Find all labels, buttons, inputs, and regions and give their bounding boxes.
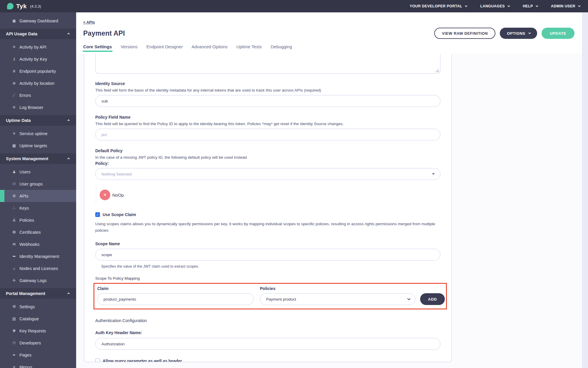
sidebar-item-user-groups[interactable]: ⚇ User groups bbox=[0, 178, 76, 190]
policy-field-name-label: Policy Field Name bbox=[95, 115, 440, 120]
use-scope-claim-checkbox[interactable]: ✓ bbox=[95, 212, 100, 217]
noop-policy-row: ✕ NoOp bbox=[96, 186, 219, 204]
tab-debugging[interactable]: Debugging bbox=[270, 44, 292, 52]
sidebar-item-policies[interactable]: ⇊ Policies bbox=[0, 214, 76, 226]
sidebar-item-gateway-dashboard[interactable]: ▣ Gateway Dashboard bbox=[0, 15, 76, 27]
default-policy-select[interactable]: Nothing Selected bbox=[95, 168, 440, 180]
sidebar-item-pages[interactable]: ❧ Pages bbox=[0, 349, 76, 361]
default-policy-label: Default Policy bbox=[95, 148, 440, 153]
sidebar-section-api-usage-data[interactable]: API Usage Data bbox=[0, 29, 76, 39]
sidebar-item-label: Menus bbox=[19, 365, 32, 368]
sidebar-item-endpoint-popularity[interactable]: ⋔ Endpoint popularity bbox=[0, 65, 76, 77]
bug-icon: ✢ bbox=[12, 105, 16, 110]
sidebar-item-gateway-logs[interactable]: ✢ Gateway Logs bbox=[0, 274, 76, 286]
version-label: (4.3.3) bbox=[30, 4, 41, 9]
topbar: Tyk (4.3.3) YOUR DEVELOPER PORTAL LANGUA… bbox=[0, 0, 588, 12]
resize-handle-icon[interactable] bbox=[435, 69, 439, 72]
identity-source-input[interactable] bbox=[95, 95, 440, 107]
sidebar-item-apis[interactable]: ⚙ APIs bbox=[0, 190, 76, 202]
page-scrollbar[interactable] bbox=[582, 12, 588, 368]
sidebar-item-webhooks[interactable]: ✉ Webhooks bbox=[0, 238, 76, 250]
sidebar-item-label: Activity by Key bbox=[19, 57, 47, 62]
tab-versions[interactable]: Versions bbox=[121, 44, 138, 52]
claim-input[interactable] bbox=[97, 293, 254, 305]
sidebar-item-settings[interactable]: ⚒ Settings bbox=[0, 301, 76, 313]
arrows-down-icon: ⇊ bbox=[12, 218, 16, 222]
topbar-menu-languages-menu[interactable]: LANGUAGES bbox=[480, 4, 509, 8]
topbar-menu-admin-user-menu[interactable]: ADMIN USER bbox=[551, 4, 580, 8]
page-header: < APIs Payment API VIEW RAW DEFINITION O… bbox=[76, 12, 582, 54]
sidebar-item-nodes-and-licenses[interactable]: ⌂ Nodes and Licenses bbox=[0, 262, 76, 274]
policy-label: Policy: bbox=[95, 161, 440, 166]
policies-select[interactable]: Payment product bbox=[260, 293, 415, 305]
sidebar-item-identity-management[interactable]: ➥ Identity Management bbox=[0, 250, 76, 262]
activity-icon: ✳ bbox=[12, 45, 16, 49]
sidebar-item-certificates[interactable]: ❂ Certificates bbox=[0, 226, 76, 238]
sidebar-item-users[interactable]: ♟ Users bbox=[0, 166, 76, 178]
sidebar-item-errors[interactable]: ☄ Errors bbox=[0, 89, 76, 101]
scope-name-input[interactable] bbox=[95, 249, 440, 261]
tab-endpoint-designer[interactable]: Endpoint Designer bbox=[146, 44, 183, 52]
options-button[interactable]: OPTIONS bbox=[500, 28, 537, 39]
topbar-menu-developer-portal-menu[interactable]: YOUR DEVELOPER PORTAL bbox=[410, 4, 467, 8]
auth-key-header-input[interactable] bbox=[95, 338, 440, 350]
breadcrumb[interactable]: < APIs bbox=[83, 20, 95, 24]
select-caret-icon bbox=[432, 173, 435, 175]
identity-source-help: This field will form the basis of the id… bbox=[95, 88, 440, 92]
sidebar-item-label: Key Requests bbox=[19, 329, 46, 333]
users-icon: ⚇ bbox=[12, 182, 16, 186]
allow-query-param-row[interactable]: Allow query parameter as well as header bbox=[95, 359, 440, 362]
tab-core-settings[interactable]: Core Settings bbox=[83, 44, 112, 52]
sidebar-item-label: Service uptime bbox=[19, 131, 48, 136]
sidebar-item-uptime-targets[interactable]: ▦ Uptime targets bbox=[0, 140, 76, 152]
tab-uptime-tests[interactable]: Uptime Tests bbox=[236, 44, 262, 52]
sidebar-section-portal-management[interactable]: Portal Management bbox=[0, 288, 76, 299]
sidebar-item-label: Nodes and Licenses bbox=[19, 266, 58, 271]
key-icon: ⚷ bbox=[12, 57, 16, 61]
sidebar-item-label: APIs bbox=[19, 194, 29, 198]
sidebar-item-label: Settings bbox=[19, 304, 35, 309]
sidebar-section-uptime-data[interactable]: Uptime Data bbox=[0, 115, 76, 126]
remove-noop-button[interactable]: ✕ bbox=[100, 190, 110, 200]
sidebar-section-label: System Management bbox=[6, 156, 48, 161]
badge-icon: ❂ bbox=[12, 230, 16, 234]
tyk-logo[interactable]: Tyk (4.3.3) bbox=[7, 3, 41, 10]
sidebar-item-label: Users bbox=[19, 170, 31, 174]
sidebar: ▣ Gateway Dashboard API Usage Data ✳ Act… bbox=[0, 12, 76, 368]
sidebar-item-activity-by-location[interactable]: ⊕ Activity by location bbox=[0, 77, 76, 89]
sidebar-item-developers[interactable]: ⚇ Developers bbox=[0, 337, 76, 349]
view-raw-definition-button[interactable]: VIEW RAW DEFINITION bbox=[434, 28, 495, 39]
sidebar-item-activity-by-key[interactable]: ⚷ Activity by Key bbox=[0, 53, 76, 65]
sidebar-item-label: Activity by location bbox=[19, 81, 54, 86]
activity-icon: ✳ bbox=[12, 131, 16, 136]
sidebar-item-label: Pages bbox=[19, 353, 31, 357]
chevron-down-icon bbox=[536, 4, 538, 7]
fork-icon: ⋔ bbox=[12, 69, 16, 73]
sidebar-item-service-uptime[interactable]: ✳ Service uptime bbox=[0, 127, 76, 140]
add-button[interactable]: ADD bbox=[420, 293, 445, 305]
sidebar-item-label: User groups bbox=[19, 182, 43, 186]
sidebar-item-key-requests[interactable]: ✾ Key Requests bbox=[0, 325, 76, 337]
sidebar-item-label: Uptime targets bbox=[19, 143, 47, 148]
sidebar-item-label: Activity by API bbox=[19, 45, 46, 49]
sidebar-item-keys[interactable]: ∴ Keys bbox=[0, 202, 76, 214]
users-icon: ⚇ bbox=[12, 341, 16, 345]
sidebar-item-label: Developers bbox=[19, 341, 41, 345]
auth-key-header-name-label: Auth Key Header Name: bbox=[95, 330, 440, 335]
sidebar-item-activity-by-api[interactable]: ✳ Activity by API bbox=[0, 41, 76, 53]
sidebar-item-log-browser[interactable]: ✢ Log Browser bbox=[0, 101, 76, 113]
tab-advanced-options[interactable]: Advanced Options bbox=[191, 44, 228, 52]
allow-query-param-checkbox[interactable] bbox=[95, 359, 100, 362]
topbar-menu-help-menu[interactable]: HELP bbox=[523, 4, 537, 8]
user-icon: ♟ bbox=[12, 170, 16, 174]
update-button[interactable]: UPDATE bbox=[542, 28, 574, 39]
description-textarea[interactable] bbox=[95, 54, 440, 74]
sidebar-section-system-management[interactable]: System Management bbox=[0, 153, 76, 164]
globe-icon: ⊕ bbox=[12, 81, 16, 85]
sidebar-item-catalogue[interactable]: ▤ Catalogue bbox=[0, 313, 76, 325]
identity-source-label: Identity Source bbox=[95, 81, 440, 86]
use-scope-claim-row[interactable]: ✓ Use Scope Claim bbox=[95, 212, 440, 217]
bank-icon: ⌂ bbox=[12, 266, 16, 271]
sidebar-item-menus[interactable]: ≡ Menus bbox=[0, 361, 76, 368]
policy-field-name-input[interactable] bbox=[95, 129, 440, 140]
